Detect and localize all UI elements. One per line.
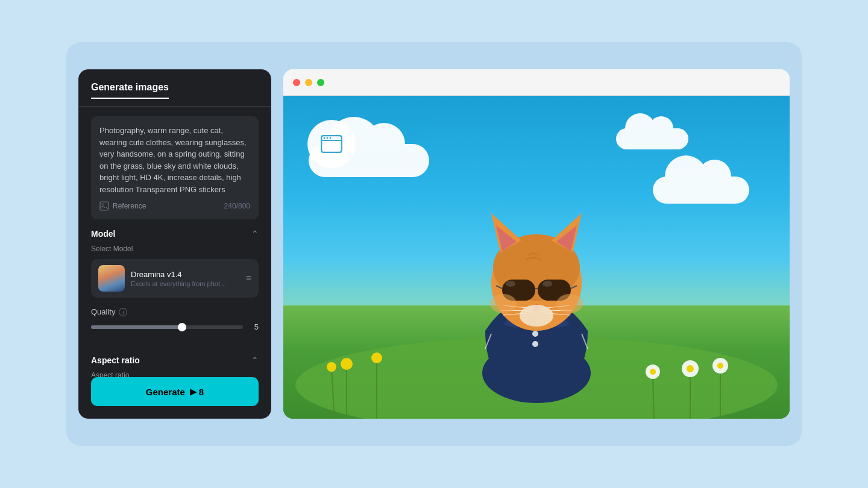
model-name: Dreamina v1.4 xyxy=(131,270,240,279)
svg-point-50 xyxy=(327,137,329,139)
slider-fill xyxy=(91,325,182,329)
svg-point-44 xyxy=(520,305,553,327)
prompt-text[interactable]: Photography, warm range, cute cat, weari… xyxy=(99,125,250,195)
aspect-ratio-subtitle: Aspect ratio xyxy=(91,371,259,377)
aspect-ratio-title: Aspect ratio xyxy=(91,355,140,365)
model-thumb-inner xyxy=(98,265,125,292)
slider-row: 5 xyxy=(91,322,259,331)
slider-track xyxy=(91,325,243,329)
quality-row: Quality i xyxy=(91,307,259,316)
prompt-area: Photography, warm range, cute cat, weari… xyxy=(91,116,259,219)
generate-credit-badge: ▶ 8 xyxy=(190,387,204,397)
model-section: Model ⌃ Select Model Dreamina v1.4 Excel… xyxy=(91,229,259,298)
model-desc: Excels at everything from photorealis... xyxy=(131,280,227,287)
svg-point-1 xyxy=(102,204,104,205)
model-info: Dreamina v1.4 Excels at everything from … xyxy=(131,270,240,287)
browser-dot-minimize[interactable] xyxy=(305,79,312,86)
model-subtitle: Select Model xyxy=(91,245,259,253)
svg-point-45 xyxy=(490,294,517,313)
svg-point-49 xyxy=(324,137,326,139)
quality-info-icon[interactable]: i xyxy=(119,308,127,316)
reference-label: Reference xyxy=(113,202,146,210)
model-section-title: Model xyxy=(91,229,115,239)
slider-value: 5 xyxy=(249,322,259,331)
quality-slider-container[interactable] xyxy=(91,325,243,329)
svg-point-4 xyxy=(341,358,353,370)
cat-svg xyxy=(283,96,790,419)
svg-point-17 xyxy=(650,369,656,375)
browser-dot-maximize[interactable] xyxy=(317,79,324,86)
generate-credit-value: 8 xyxy=(199,387,204,397)
model-section-header: Model ⌃ xyxy=(91,229,259,239)
browser-bar xyxy=(283,69,790,96)
left-panel: Generate images Photography, warm range,… xyxy=(78,69,271,419)
aspect-ratio-chevron-icon[interactable]: ⌃ xyxy=(251,355,259,365)
svg-point-36 xyxy=(542,281,552,287)
slider-thumb[interactable] xyxy=(178,323,186,331)
char-count: 240/800 xyxy=(224,202,250,210)
panel-body: Photography, warm range, cute cat, weari… xyxy=(79,107,271,377)
aspect-ratio-section: Aspect ratio ⌃ Aspect ratio xyxy=(91,355,259,377)
generate-label: Generate xyxy=(146,387,185,397)
cat-scene xyxy=(283,96,790,419)
svg-point-46 xyxy=(556,294,583,313)
svg-point-23 xyxy=(532,341,538,347)
svg-rect-0 xyxy=(100,202,108,210)
model-settings-icon[interactable]: ≡ xyxy=(246,273,251,284)
panel-header: Generate images xyxy=(79,70,271,107)
quality-label: Quality xyxy=(91,307,115,316)
model-selector[interactable]: Dreamina v1.4 Excels at everything from … xyxy=(91,259,259,298)
svg-point-14 xyxy=(717,363,723,369)
prompt-footer: Reference 240/800 xyxy=(99,201,250,211)
browser-overlay-icon xyxy=(307,120,356,168)
svg-point-22 xyxy=(532,331,538,337)
model-chevron-icon[interactable]: ⌃ xyxy=(251,229,259,239)
aspect-ratio-header: Aspect ratio ⌃ xyxy=(91,355,259,365)
reference-icon xyxy=(99,201,109,211)
panel-title: Generate images xyxy=(91,82,169,99)
svg-point-8 xyxy=(327,362,336,372)
browser-window-svg-icon xyxy=(321,135,342,153)
svg-point-6 xyxy=(371,352,382,363)
quality-section: Quality i 5 xyxy=(91,307,259,331)
image-container xyxy=(283,96,790,419)
reference-button[interactable]: Reference xyxy=(99,201,146,211)
browser-dot-close[interactable] xyxy=(293,79,300,86)
svg-point-51 xyxy=(330,137,332,139)
credit-arrow-icon: ▶ xyxy=(190,387,197,396)
right-panel xyxy=(283,69,790,419)
generate-button[interactable]: Generate ▶ 8 xyxy=(91,377,259,406)
main-container: Generate images Photography, warm range,… xyxy=(66,42,802,446)
model-thumbnail xyxy=(98,265,125,292)
svg-point-35 xyxy=(506,281,515,287)
svg-point-11 xyxy=(687,365,694,372)
